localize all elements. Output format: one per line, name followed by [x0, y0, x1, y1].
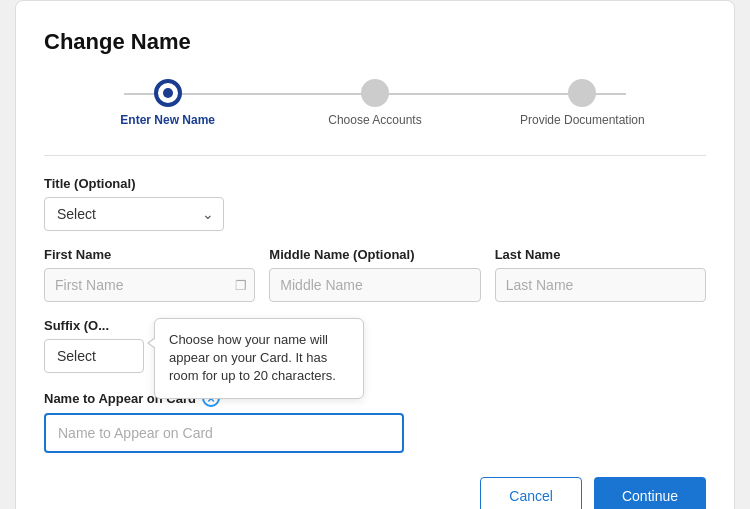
- last-name-field: Last Name: [495, 247, 706, 302]
- divider: [44, 155, 706, 156]
- suffix-select-wrapper: Select Jr. Sr. II III: [44, 339, 144, 373]
- continue-button[interactable]: Continue: [594, 477, 706, 509]
- change-name-card: Change Name Enter New Name Choose Accoun…: [15, 0, 735, 509]
- cancel-button[interactable]: Cancel: [480, 477, 582, 509]
- name-row: First Name ❐ Middle Name (Optional) Last…: [44, 247, 706, 302]
- step-enter-new-name: Enter New Name: [64, 79, 271, 127]
- first-name-input[interactable]: [44, 268, 255, 302]
- step-label-3: Provide Documentation: [520, 113, 645, 127]
- middle-name-input[interactable]: [269, 268, 480, 302]
- name-card-label-row: Name to Appear on Card: [44, 389, 706, 407]
- name-card-input[interactable]: [44, 413, 404, 453]
- name-card-section: Name to Appear on Card: [44, 389, 706, 453]
- page-title: Change Name: [44, 29, 706, 55]
- last-name-label: Last Name: [495, 247, 706, 262]
- title-label: Title (Optional): [44, 176, 706, 191]
- calendar-icon: ❐: [235, 278, 247, 293]
- suffix-select[interactable]: Select Jr. Sr. II III: [44, 339, 144, 373]
- button-row: Cancel Continue: [44, 477, 706, 509]
- middle-name-input-wrapper: [269, 268, 480, 302]
- first-name-field: First Name ❐: [44, 247, 255, 302]
- step-circle-3: [568, 79, 596, 107]
- step-label-1: Enter New Name: [120, 113, 215, 127]
- last-name-input[interactable]: [495, 268, 706, 302]
- step-choose-accounts: Choose Accounts: [271, 79, 478, 127]
- last-name-input-wrapper: [495, 268, 706, 302]
- suffix-label: Suffix (O...: [44, 318, 144, 333]
- step-circle-1: [154, 79, 182, 107]
- middle-name-label: Middle Name (Optional): [269, 247, 480, 262]
- first-name-label: First Name: [44, 247, 255, 262]
- tooltip: Choose how your name will appear on your…: [154, 318, 364, 399]
- suffix-row: Suffix (O... Select Jr. Sr. II III Choos…: [44, 318, 706, 373]
- suffix-section: Suffix (O... Select Jr. Sr. II III: [44, 318, 144, 373]
- step-circle-2: [361, 79, 389, 107]
- first-name-input-wrapper: ❐: [44, 268, 255, 302]
- title-select-wrapper: Select Mr. Mrs. Ms. Dr. ⌄: [44, 197, 224, 231]
- title-section: Title (Optional) Select Mr. Mrs. Ms. Dr.…: [44, 176, 706, 231]
- middle-name-field: Middle Name (Optional): [269, 247, 480, 302]
- stepper: Enter New Name Choose Accounts Provide D…: [44, 79, 706, 127]
- title-select[interactable]: Select Mr. Mrs. Ms. Dr.: [44, 197, 224, 231]
- tooltip-text: Choose how your name will appear on your…: [169, 332, 336, 383]
- step-label-2: Choose Accounts: [328, 113, 421, 127]
- step-provide-documentation: Provide Documentation: [479, 79, 686, 127]
